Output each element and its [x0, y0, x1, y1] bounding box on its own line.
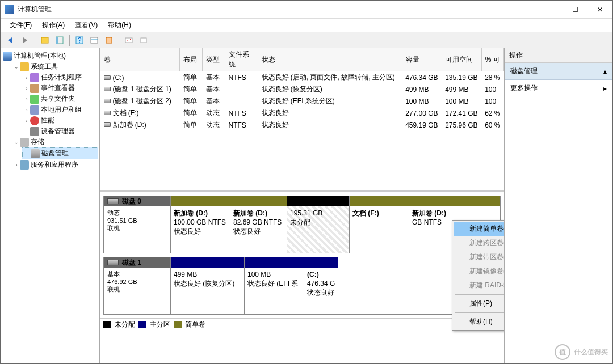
disk-icon — [107, 260, 119, 265]
ctx-properties[interactable]: 属性(P) — [454, 297, 504, 311]
toolbar-icon[interactable] — [88, 34, 100, 46]
partition[interactable]: 文档 (F:) — [350, 196, 409, 253]
nav-tree[interactable]: 计算机管理(本地) ⌄ 系统工具 ›任务计划程序 ›事件查看器 — [1, 48, 100, 363]
actions-more[interactable]: 更多操作 ▸ — [505, 80, 612, 96]
tree-label: 系统工具 — [31, 62, 58, 71]
col-capacity: 容量 — [406, 56, 419, 64]
menu-view[interactable]: 查看(V) — [70, 19, 102, 32]
disk-graphical-view[interactable]: 磁盘 0动态931.51 GB联机新加卷 (D:)100.00 GB NTFS状… — [100, 190, 504, 363]
window-title: 计算机管理 — [18, 5, 538, 14]
menu-action[interactable]: 操作(A) — [37, 19, 69, 32]
toolbar-icon[interactable] — [137, 34, 150, 46]
tree-label: 共享文件夹 — [41, 94, 75, 104]
caret-right-icon[interactable]: › — [23, 107, 30, 113]
col-layout: 布局 — [183, 56, 197, 64]
partition[interactable]: 499 MB状态良好 (恢复分区) — [171, 257, 245, 314]
disk-info[interactable]: 磁盘 0动态931.51 GB联机 — [104, 196, 171, 253]
col-status: 状态 — [262, 56, 275, 64]
partition[interactable]: 新加卷 (D:)82.69 GB NTFS状态良好 — [230, 196, 287, 253]
tree-services[interactable]: ›服务和应用程序 — [12, 159, 98, 170]
toolbar-icon[interactable] — [39, 34, 51, 46]
caret-right-icon[interactable]: › — [23, 96, 30, 102]
partition-bar — [171, 257, 244, 268]
ctx-new-raid5-volume: 新建 RAID-5 卷(W)... — [454, 278, 504, 293]
menu-file[interactable]: 文件(F) — [5, 19, 36, 32]
caret-right-icon[interactable]: › — [13, 162, 20, 168]
caret-right-icon[interactable]: › — [23, 86, 30, 91]
disk-row[interactable]: 磁盘 0动态931.51 GB联机新加卷 (D:)100.00 GB NTFS状… — [103, 196, 501, 253]
volume-row[interactable]: (磁盘 1 磁盘分区 2)简单基本状态良好 (EFI 系统分区)100 MB10… — [100, 95, 504, 107]
tree-local-users[interactable]: ›本地用户和组 — [22, 104, 98, 115]
ctx-new-simple-volume[interactable]: 新建简单卷(I)... — [454, 222, 504, 236]
disk-info[interactable]: 磁盘 1基本476.92 GB联机 — [104, 257, 171, 314]
actions-disk-mgmt[interactable]: 磁盘管理 ▴ — [505, 63, 612, 80]
legend-label: 未分配 — [115, 320, 135, 329]
tree-device-mgr[interactable]: 设备管理器 — [22, 126, 98, 137]
tree-disk-mgmt[interactable]: 磁盘管理 — [22, 147, 98, 159]
menu-bar: 文件(F) 操作(A) 查看(V) 帮助(H) — [1, 19, 612, 32]
tree-label: 性能 — [41, 116, 54, 125]
clock-icon — [30, 73, 39, 82]
disk-row[interactable]: 磁盘 1基本476.92 GB联机499 MB状态良好 (恢复分区)100 MB… — [103, 257, 501, 315]
col-type: 类型 — [206, 56, 220, 64]
event-icon — [30, 84, 39, 93]
volume-row[interactable]: 文档 (F:)简单动态NTFS状态良好277.00 GB172.41 GB62 … — [100, 107, 504, 119]
tree-shared-folders[interactable]: ›共享文件夹 — [22, 94, 98, 104]
partition-bar — [287, 196, 349, 206]
caret-down-icon[interactable]: ⌄ — [13, 139, 20, 145]
partition[interactable]: 新加卷 (D:)100.00 GB NTFS状态良好 — [171, 196, 230, 253]
device-icon — [30, 127, 39, 136]
tree-performance[interactable]: ›性能 — [22, 115, 98, 126]
svg-rect-7 — [106, 37, 112, 43]
disk-icon — [107, 198, 119, 204]
caret-down-icon[interactable]: ⌄ — [13, 64, 20, 70]
partition[interactable]: 100 MB状态良好 (EFI 系 — [245, 257, 304, 314]
partition[interactable]: (C:)476.34 G状态良好 — [304, 257, 338, 314]
tree-label: 计算机管理(本地) — [14, 51, 66, 61]
legend: 未分配 主分区 简单卷 — [100, 318, 504, 331]
center-pane: 卷 布局 类型 文件系统 状态 容量 可用空间 % 可 (C:)简单基本NTFS… — [100, 48, 505, 363]
help-icon[interactable]: ? — [73, 34, 86, 46]
menu-help[interactable]: 帮助(H) — [103, 19, 136, 32]
tree-task-scheduler[interactable]: ›任务计划程序 — [22, 72, 98, 83]
volume-row[interactable]: (C:)简单基本NTFS状态良好 (启动, 页面文件, 故障转储, 主分区)47… — [100, 71, 504, 84]
tree-label: 磁盘管理 — [41, 149, 69, 158]
svg-rect-5 — [91, 37, 98, 43]
forward-button[interactable] — [19, 34, 31, 46]
partition-unallocated[interactable]: 195.31 GB未分配 — [287, 196, 350, 253]
partition-bar — [409, 196, 500, 206]
svg-rect-2 — [56, 37, 58, 44]
maximize-button[interactable]: ☐ — [562, 1, 587, 18]
tree-event-viewer[interactable]: ›事件查看器 — [22, 83, 98, 94]
toolbar-icon[interactable] — [53, 34, 66, 46]
back-button[interactable] — [4, 34, 16, 46]
actions-label: 更多操作 — [510, 83, 538, 93]
minimize-button[interactable]: ─ — [538, 1, 562, 18]
toolbar-icon[interactable] — [103, 34, 115, 46]
tree-label: 存储 — [31, 137, 44, 147]
close-button[interactable]: ✕ — [587, 1, 612, 18]
tree-storage[interactable]: ⌄ 存储 — [12, 137, 98, 147]
tree-root-node[interactable]: 计算机管理(本地) — [2, 50, 98, 61]
drive-icon — [104, 122, 111, 127]
toolbar-icon[interactable] — [123, 34, 135, 46]
caret-right-icon[interactable]: › — [23, 75, 30, 81]
tree-system-tools[interactable]: ⌄ 系统工具 — [12, 61, 98, 72]
volume-header-row[interactable]: 卷 布局 类型 文件系统 状态 容量 可用空间 % 可 — [100, 48, 504, 71]
tree-label: 服务和应用程序 — [31, 160, 78, 170]
legend-label: 简单卷 — [185, 320, 205, 329]
toolbar: ? — [1, 32, 612, 48]
gear-icon — [20, 160, 29, 170]
ctx-help[interactable]: 帮助(H) — [454, 315, 504, 329]
volume-row[interactable]: (磁盘 1 磁盘分区 1)简单基本状态良好 (恢复分区)499 MB499 MB… — [100, 83, 504, 95]
users-icon — [30, 105, 39, 115]
col-free: 可用空间 — [446, 56, 473, 64]
partition-bar — [304, 257, 338, 268]
legend-label: 主分区 — [150, 320, 170, 329]
volume-list[interactable]: 卷 布局 类型 文件系统 状态 容量 可用空间 % 可 (C:)简单基本NTFS… — [100, 48, 504, 190]
caret-right-icon[interactable]: › — [23, 118, 30, 124]
col-fs: 文件系统 — [229, 50, 249, 68]
context-menu[interactable]: 新建简单卷(I)... 新建跨区卷(N)... 新建带区卷(T)... 新建镜像… — [452, 220, 504, 331]
volume-row[interactable]: 新加卷 (D:)简单动态NTFS状态良好459.19 GB275.96 GB60… — [100, 119, 504, 131]
collapse-icon: ▴ — [603, 67, 607, 75]
